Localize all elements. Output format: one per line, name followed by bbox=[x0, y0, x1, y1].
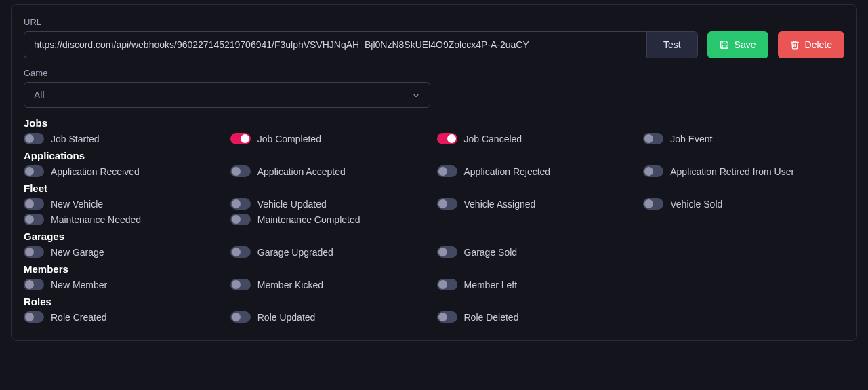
save-button[interactable]: Save bbox=[707, 31, 768, 58]
toggle-application-received[interactable] bbox=[24, 165, 44, 177]
toggle-item-new-member: New Member bbox=[24, 279, 225, 290]
toggle-item-application-accepted: Application Accepted bbox=[230, 165, 432, 177]
toggle-label-garage-sold: Garage Sold bbox=[464, 247, 518, 258]
toggle-job-event[interactable] bbox=[643, 133, 663, 144]
toggle-new-garage[interactable] bbox=[24, 246, 44, 258]
toggle-member-left[interactable] bbox=[437, 279, 457, 290]
section-title-garages: Garages bbox=[24, 231, 844, 242]
toggle-item-member-kicked: Member Kicked bbox=[230, 279, 432, 290]
toggle-grid-applications: Application ReceivedApplication Accepted… bbox=[24, 165, 844, 177]
toggle-grid-fleet: New VehicleVehicle UpdatedVehicle Assign… bbox=[24, 198, 844, 225]
toggle-garage-upgraded[interactable] bbox=[230, 246, 251, 258]
section-title-jobs: Jobs bbox=[24, 117, 844, 129]
toggle-vehicle-updated[interactable] bbox=[230, 198, 251, 210]
toggle-application-accepted[interactable] bbox=[230, 165, 251, 177]
toggle-item-job-canceled: Job Canceled bbox=[437, 133, 638, 144]
delete-button[interactable]: Delete bbox=[778, 31, 844, 58]
url-input-group: Test bbox=[24, 31, 698, 58]
toggle-knob bbox=[25, 167, 34, 176]
toggle-grid-members: New MemberMember KickedMember Left bbox=[24, 279, 844, 290]
toggle-label-vehicle-sold: Vehicle Sold bbox=[670, 199, 722, 210]
toggle-knob bbox=[232, 280, 241, 289]
toggle-item-application-rejected: Application Rejected bbox=[437, 165, 638, 177]
toggle-knob bbox=[447, 134, 456, 143]
toggle-knob bbox=[25, 280, 34, 289]
toggle-knob bbox=[232, 313, 241, 321]
toggle-knob bbox=[25, 248, 34, 256]
toggle-new-member[interactable] bbox=[24, 279, 44, 290]
toggle-knob bbox=[644, 134, 653, 143]
toggle-new-vehicle[interactable] bbox=[24, 198, 44, 210]
toggle-label-maintenance-needed: Maintenance Needed bbox=[51, 214, 141, 225]
toggle-item-maintenance-completed: Maintenance Completed bbox=[230, 214, 432, 225]
toggle-garage-sold[interactable] bbox=[437, 246, 457, 258]
test-button[interactable]: Test bbox=[646, 31, 698, 58]
toggle-item-vehicle-assigned: Vehicle Assigned bbox=[437, 198, 638, 210]
toggle-item-job-started: Job Started bbox=[24, 133, 225, 144]
toggle-item-job-completed: Job Completed bbox=[230, 133, 432, 144]
url-input[interactable] bbox=[24, 31, 646, 58]
toggle-knob bbox=[644, 199, 653, 208]
toggle-label-role-created: Role Created bbox=[51, 312, 107, 323]
game-label: Game bbox=[24, 68, 844, 78]
game-field: Game All bbox=[24, 68, 844, 108]
toggle-role-created[interactable] bbox=[24, 311, 44, 323]
toggle-label-application-received: Application Received bbox=[51, 166, 140, 177]
toggle-label-member-kicked: Member Kicked bbox=[257, 279, 323, 290]
toggle-maintenance-completed[interactable] bbox=[230, 214, 251, 225]
toggle-knob bbox=[25, 199, 34, 208]
toggle-member-kicked[interactable] bbox=[230, 279, 251, 290]
toggle-label-member-left: Member Left bbox=[464, 279, 518, 290]
toggle-item-new-garage: New Garage bbox=[24, 246, 225, 258]
game-select[interactable]: All bbox=[24, 82, 430, 108]
toggle-item-job-event: Job Event bbox=[643, 133, 844, 144]
delete-button-label: Delete bbox=[805, 39, 832, 50]
toggle-item-role-updated: Role Updated bbox=[230, 311, 432, 323]
url-label: URL bbox=[24, 17, 844, 27]
toggle-grid-jobs: Job StartedJob CompletedJob CanceledJob … bbox=[24, 133, 844, 144]
toggle-knob bbox=[438, 280, 447, 289]
toggle-vehicle-assigned[interactable] bbox=[437, 198, 457, 210]
toggle-item-new-vehicle: New Vehicle bbox=[24, 198, 225, 210]
webhook-card: URL Test Save Delete Game All JobsJob St bbox=[11, 4, 857, 341]
toggle-maintenance-needed[interactable] bbox=[24, 214, 44, 225]
chevron-down-icon bbox=[412, 91, 420, 99]
toggle-item-role-deleted: Role Deleted bbox=[437, 311, 638, 323]
url-row: Test Save Delete bbox=[24, 31, 844, 58]
toggle-job-canceled[interactable] bbox=[437, 133, 457, 144]
toggle-knob bbox=[232, 248, 241, 256]
toggle-knob bbox=[232, 215, 241, 224]
toggle-item-role-created: Role Created bbox=[24, 311, 225, 323]
sections: JobsJob StartedJob CompletedJob Canceled… bbox=[24, 117, 844, 323]
toggle-vehicle-sold[interactable] bbox=[643, 198, 663, 210]
toggle-label-application-retired: Application Retired from User bbox=[670, 166, 794, 177]
toggle-role-updated[interactable] bbox=[230, 311, 251, 323]
toggle-label-role-deleted: Role Deleted bbox=[464, 312, 519, 323]
toggle-label-job-started: Job Started bbox=[51, 134, 100, 144]
toggle-grid-roles: Role CreatedRole UpdatedRole Deleted bbox=[24, 311, 844, 323]
toggle-knob bbox=[25, 313, 34, 321]
section-title-applications: Applications bbox=[24, 150, 844, 161]
toggle-job-completed[interactable] bbox=[230, 133, 251, 144]
toggle-role-deleted[interactable] bbox=[437, 311, 457, 323]
toggle-label-new-garage: New Garage bbox=[51, 247, 104, 258]
toggle-job-started[interactable] bbox=[24, 133, 44, 144]
toggle-knob bbox=[438, 199, 447, 208]
toggle-label-new-member: New Member bbox=[51, 279, 107, 290]
toggle-item-vehicle-sold: Vehicle Sold bbox=[643, 198, 844, 210]
toggle-label-application-rejected: Application Rejected bbox=[464, 166, 551, 177]
toggle-knob bbox=[644, 167, 653, 176]
save-icon bbox=[720, 40, 729, 50]
toggle-knob bbox=[232, 167, 241, 176]
toggle-label-job-event: Job Event bbox=[670, 134, 712, 144]
toggle-label-application-accepted: Application Accepted bbox=[257, 166, 346, 177]
toggle-item-application-received: Application Received bbox=[24, 165, 225, 177]
toggle-application-rejected[interactable] bbox=[437, 165, 457, 177]
toggle-application-retired[interactable] bbox=[643, 165, 663, 177]
toggle-label-maintenance-completed: Maintenance Completed bbox=[257, 214, 360, 225]
toggle-item-garage-upgraded: Garage Upgraded bbox=[230, 246, 432, 258]
toggle-label-new-vehicle: New Vehicle bbox=[51, 199, 103, 210]
toggle-item-application-retired: Application Retired from User bbox=[643, 165, 844, 177]
toggle-knob bbox=[241, 134, 249, 143]
toggle-label-vehicle-assigned: Vehicle Assigned bbox=[464, 199, 536, 210]
